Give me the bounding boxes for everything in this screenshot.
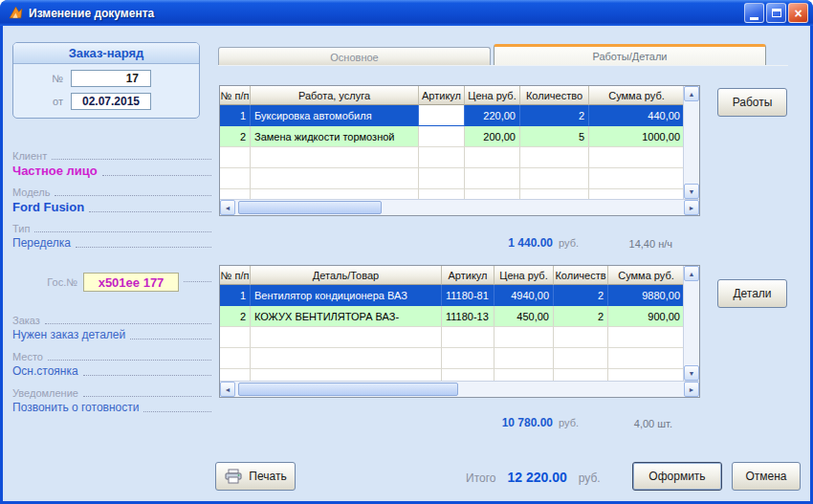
order-status-value-row: Нужен заказ деталей	[12, 328, 211, 341]
scroll-right-icon[interactable]: ►	[684, 200, 699, 215]
order-number-input[interactable]	[71, 70, 151, 87]
order-date-label: от	[21, 96, 71, 107]
table-row-empty	[220, 327, 683, 348]
gosnum-input[interactable]	[83, 273, 179, 292]
print-button[interactable]: Печать	[215, 462, 296, 491]
order-date-input[interactable]	[71, 93, 151, 110]
grand-total: Итого 12 220.00 руб.	[466, 470, 601, 485]
submit-button[interactable]: Оформить	[632, 462, 722, 491]
dotted-line	[143, 411, 211, 412]
order-group-box: Заказ-наряд № от	[12, 42, 200, 119]
close-icon: ×	[794, 7, 802, 20]
client-label-row: Клиент	[12, 150, 211, 162]
dotted-line	[102, 175, 211, 176]
client-value: Частное лицо	[12, 164, 98, 178]
scroll-right-icon[interactable]: ►	[684, 382, 699, 397]
horizontal-scrollbar[interactable]: ◄ ►	[220, 199, 699, 215]
titlebar: Изменение документа ×	[0, 0, 813, 26]
scroll-up-icon[interactable]: ▲	[684, 266, 699, 281]
dotted-line	[52, 159, 211, 160]
works-table: № п/п Работа, услуга Артикул Цена руб. К…	[219, 85, 700, 216]
printer-icon	[224, 469, 243, 484]
notify-value: Позвонить о готовности	[12, 401, 139, 414]
maximize-button[interactable]	[766, 3, 786, 23]
dialog-window: Изменение документа × Заказ-наряд № от К…	[0, 0, 813, 504]
table-row[interactable]: 1 Вентилятор кондиционера ВАЗ 11180-81 4…	[220, 285, 683, 306]
works-hours: 14,40 н/ч	[588, 238, 672, 250]
vertical-scrollbar[interactable]: ▲ ▼	[683, 86, 699, 199]
works-total: 1 440.00руб.	[219, 236, 579, 250]
dotted-line	[83, 396, 211, 397]
gosnum-label: Гос.№	[12, 276, 83, 288]
table-row-empty	[220, 369, 683, 381]
order-status-label-row: Заказ	[12, 315, 211, 326]
client-area: Заказ-наряд № от Клиент Частное лицо Мод…	[3, 26, 810, 501]
type-label-row: Тип	[12, 223, 211, 234]
place-value: Осн.стоянка	[12, 364, 78, 378]
tab-pane-edge	[218, 65, 788, 66]
table-row-empty	[220, 189, 683, 199]
minimize-icon	[750, 17, 758, 20]
type-value: Переделка	[12, 236, 71, 250]
gosnum-row: Гос.№	[12, 273, 211, 292]
table-row[interactable]: 2 КОЖУХ ВЕНТИЛЯТОРА ВАЗ- 11180-13 450,00…	[220, 306, 683, 327]
scroll-down-icon[interactable]: ▼	[684, 184, 699, 199]
scroll-down-icon[interactable]: ▼	[684, 365, 699, 381]
tab-bar: Основное Работы/Детали	[218, 44, 766, 66]
dotted-line	[130, 339, 211, 340]
notify-label-row: Уведомление	[12, 387, 211, 399]
dotted-line	[55, 195, 211, 196]
type-value-row: Переделка	[12, 236, 211, 250]
order-group-title: Заказ-наряд	[13, 43, 199, 64]
close-button[interactable]: ×	[788, 3, 808, 23]
table-row[interactable]: 2 Замена жидкости тормозной 200,00 5 100…	[220, 126, 683, 147]
table-row[interactable]: 1 Буксировка автомобиля 220,00 2 440,00	[220, 105, 683, 126]
tab-works-details[interactable]: Работы/Детали	[494, 44, 766, 66]
minimize-button[interactable]	[744, 3, 764, 23]
dotted-line	[83, 375, 211, 376]
horizontal-scrollbar[interactable]: ◄ ►	[220, 381, 699, 397]
parts-total: 10 780.00руб.	[219, 416, 579, 429]
client-value-row: Частное лицо	[12, 164, 211, 178]
grand-total-currency: руб.	[579, 471, 601, 485]
table-row-empty	[220, 348, 683, 369]
notify-value-row: Позвонить о готовности	[12, 401, 211, 414]
order-status-value: Нужен заказ деталей	[12, 328, 125, 341]
parts-table-header: № п/п Деталь/Товар Артикул Цена руб. Кол…	[220, 266, 683, 285]
table-row-empty	[220, 147, 683, 168]
dotted-line	[89, 211, 211, 212]
order-number-label: №	[21, 73, 71, 84]
dotted-line	[45, 323, 211, 324]
model-value: Ford Fusion	[12, 200, 84, 214]
works-table-header: № п/п Работа, услуга Артикул Цена руб. К…	[220, 86, 683, 105]
window-controls: ×	[744, 3, 808, 23]
works-button[interactable]: Работы	[717, 88, 787, 117]
model-label-row: Модель	[12, 186, 211, 198]
scroll-left-icon[interactable]: ◄	[220, 382, 235, 397]
dotted-line	[48, 360, 211, 361]
scroll-left-icon[interactable]: ◄	[220, 200, 235, 215]
place-value-row: Осн.стоянка	[12, 364, 211, 378]
dotted-line	[34, 231, 211, 232]
parts-table: № п/п Деталь/Товар Артикул Цена руб. Кол…	[219, 265, 700, 398]
grand-total-value: 12 220.00	[507, 470, 566, 485]
model-value-row: Ford Fusion	[12, 200, 211, 214]
parts-units: 4,00 шт.	[588, 418, 672, 429]
vertical-scrollbar[interactable]: ▲ ▼	[683, 266, 699, 381]
grand-total-label: Итого	[466, 471, 495, 485]
parts-button[interactable]: Детали	[717, 279, 787, 308]
app-icon	[8, 5, 24, 21]
maximize-icon	[772, 9, 781, 17]
scrollbar-thumb[interactable]	[238, 201, 382, 214]
tab-main[interactable]: Основное	[218, 47, 491, 66]
print-button-label: Печать	[249, 470, 286, 483]
place-label-row: Место	[12, 351, 211, 362]
dotted-line	[184, 281, 211, 282]
dotted-line	[76, 247, 211, 248]
table-row-empty	[220, 168, 683, 189]
window-title: Изменение документа	[29, 7, 744, 20]
scroll-up-icon[interactable]: ▲	[684, 86, 699, 101]
cancel-button[interactable]: Отмена	[732, 462, 801, 491]
scrollbar-thumb[interactable]	[238, 383, 458, 396]
